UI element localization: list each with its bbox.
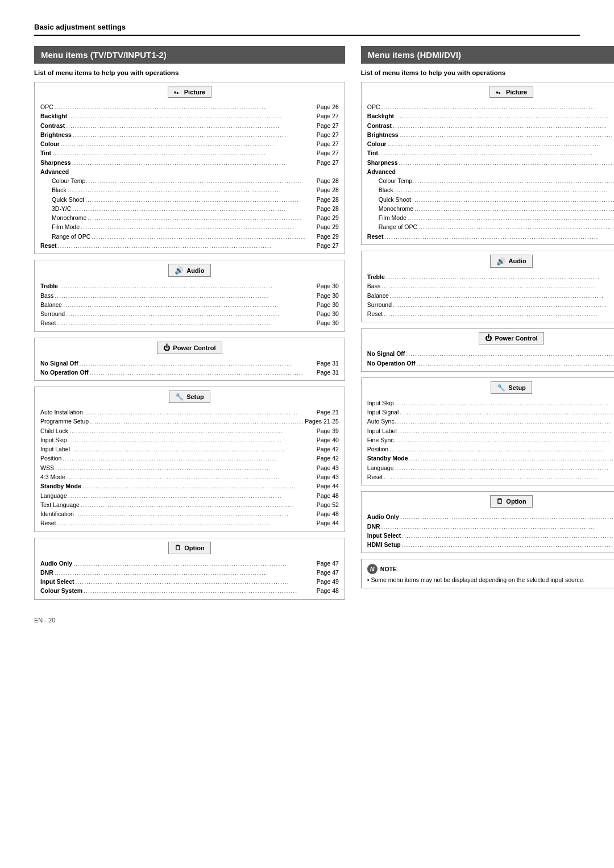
list-item: Language................................… (367, 463, 614, 472)
audio-icon: 🔊 (175, 266, 184, 275)
list-item: Auto Sync...............................… (367, 417, 614, 426)
list-item: Colour..................................… (40, 139, 339, 148)
list-item: Tint....................................… (40, 148, 339, 157)
list-item: Input Label.............................… (367, 426, 614, 435)
note-header: N NOTE (367, 564, 614, 574)
col1-title: Menu items (TV/DTV/INPUT1-2) (34, 46, 345, 64)
list-item: Backlight...............................… (40, 111, 339, 121)
advanced-label: Advanced (40, 167, 339, 176)
list-item: Brightness..............................… (40, 130, 339, 139)
advanced-label2: Advanced (367, 167, 614, 176)
list-item: Sharpness...............................… (40, 158, 339, 167)
col1-audio-box: 🔊 Audio Treble..........................… (34, 260, 345, 331)
list-item: Fine Sync...............................… (367, 435, 614, 445)
list-item: No Operation Off........................… (367, 359, 614, 368)
col1-power-box: ⏻ Power Control No Signal Off...........… (34, 338, 345, 381)
col2-power-tab: ⏻ Power Control (479, 332, 544, 344)
list-item: Colour Temp.............................… (52, 176, 339, 185)
col2-setup-box: 🔧 Setup Input Skip......................… (361, 377, 614, 485)
audio-icon2: 🔊 (496, 257, 505, 265)
picture-icon: ▪ (174, 88, 181, 95)
col2-option-tab: 🗒 Option (490, 495, 532, 508)
col1-subtitle: List of menu items to help you with oper… (34, 69, 345, 76)
col2-audio-list: Treble..................................… (367, 272, 614, 318)
col1-option-box: 🗒 Option Audio Only.....................… (34, 538, 345, 600)
list-item: Surround................................… (40, 309, 339, 318)
list-item: No Signal Off...........................… (40, 359, 339, 368)
col2-picture-tab: ▪ Picture (489, 86, 533, 98)
option-icon2: 🗒 (496, 497, 503, 505)
note-box: N NOTE • Some menu items may not be disp… (361, 559, 614, 588)
col1-option-tab: 🗒 Option (168, 542, 210, 554)
col1-picture-list: OPC.....................................… (40, 102, 339, 250)
list-item: Black...................................… (52, 185, 339, 194)
col1-audio-list: Treble..................................… (40, 281, 339, 327)
list-item: OPC.....................................… (367, 102, 614, 111)
col2-title: Menu items (HDMI/DVI) (361, 46, 614, 64)
list-item: DNR.....................................… (40, 568, 339, 577)
list-item: Film Mode...............................… (379, 213, 614, 222)
col1-power-tab: ⏻ Power Control (157, 342, 222, 354)
setup-icon: 🔧 (175, 393, 184, 401)
list-item: No Operation Off........................… (40, 368, 339, 377)
col1-option-list: Audio Only..............................… (40, 559, 339, 596)
list-item: Quick Shoot.............................… (379, 195, 614, 204)
list-item: Child Lock..............................… (40, 426, 339, 435)
picture-icon2: ▪ (496, 88, 503, 95)
list-item: Colour..................................… (367, 139, 614, 148)
list-item: Contrast................................… (367, 121, 614, 130)
list-item: Film Mode...............................… (52, 222, 339, 231)
list-item: Standby Mode............................… (40, 481, 339, 491)
list-item: Tint....................................… (367, 148, 614, 157)
list-item: Sharpness...............................… (367, 158, 614, 167)
col2-picture-list: OPC.....................................… (367, 102, 614, 241)
list-item: Reset...................................… (367, 472, 614, 481)
list-item: Monochrome..............................… (52, 213, 339, 222)
col2-picture-box: ▪ Picture OPC...........................… (361, 82, 614, 245)
list-item: Reset...................................… (367, 232, 614, 241)
list-item: OPC.....................................… (40, 102, 339, 111)
list-item: DNR.....................................… (367, 522, 614, 531)
list-item: Input Label.............................… (40, 445, 339, 454)
list-item: Backlight...............................… (367, 111, 614, 121)
list-item: 4:3 Mode................................… (40, 472, 339, 481)
page-footer: EN - 20 (34, 617, 580, 624)
list-item: Monochrome..............................… (379, 204, 614, 213)
col2-setup-tab: 🔧 Setup (491, 381, 532, 394)
list-item: Reset...................................… (40, 241, 339, 250)
col1-setup-box: 🔧 Setup Auto Installation...............… (34, 387, 345, 531)
list-item: Range of OPC............................… (379, 222, 614, 231)
list-item: Surround................................… (367, 300, 614, 309)
list-item: Colour Temp.............................… (379, 176, 614, 185)
col1: Menu items (TV/DTV/INPUT1-2) List of men… (34, 46, 345, 605)
col2-audio-tab: 🔊 Audio (490, 255, 532, 268)
list-item: Language................................… (40, 491, 339, 500)
list-item: 3D-Y/C..................................… (52, 204, 339, 213)
list-item: Standby Mode............................… (367, 454, 614, 463)
note-text: • Some menu items may not be displayed d… (367, 576, 614, 583)
list-item: Range of OPC............................… (52, 232, 339, 241)
option-icon: 🗒 (175, 544, 181, 552)
setup-icon2: 🔧 (497, 384, 505, 392)
list-item: Programme Setup.........................… (40, 417, 339, 426)
power-icon: ⏻ (163, 344, 170, 352)
col1-picture-tab: ▪ Picture (168, 86, 211, 98)
main-content: Menu items (TV/DTV/INPUT1-2) List of men… (34, 46, 580, 605)
col2-option-box: 🗒 Option Audio Only.....................… (361, 491, 614, 553)
list-item: Input Select............................… (367, 531, 614, 540)
list-item: HDMI Setup..............................… (367, 540, 614, 549)
list-item: Black...................................… (379, 185, 614, 194)
col2-setup-list: Input Skip..............................… (367, 398, 614, 481)
list-item: Balance.................................… (367, 291, 614, 300)
list-item: Brightness..............................… (367, 130, 614, 139)
list-item: Reset...................................… (40, 518, 339, 528)
list-item: Quick Shoot.............................… (52, 195, 339, 204)
list-item: No Signal Off...........................… (367, 349, 614, 358)
col2-power-box: ⏻ Power Control No Signal Off...........… (361, 328, 614, 372)
page-header: Basic adjustment settings (34, 23, 580, 36)
list-item: Bass....................................… (40, 291, 339, 300)
list-item: Position................................… (367, 445, 614, 454)
list-item: Audio Only..............................… (40, 559, 339, 568)
list-item: Treble..................................… (367, 272, 614, 281)
list-item: Text Language...........................… (40, 500, 339, 509)
